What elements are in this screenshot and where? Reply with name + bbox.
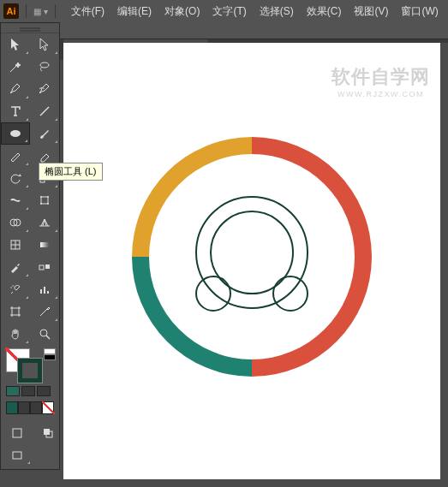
rotate-tool[interactable]: [1, 167, 30, 189]
svg-rect-27: [13, 452, 21, 459]
svg-point-9: [47, 203, 49, 205]
svg-point-7: [47, 196, 49, 198]
menu-type[interactable]: 文字(T): [207, 3, 251, 21]
workspace: 软件自学网 WWW.RJZXW.COM: [63, 43, 448, 487]
svg-rect-19: [44, 287, 45, 294]
curvature-tool[interactable]: [30, 78, 59, 100]
paintbrush-tool[interactable]: [30, 122, 59, 145]
shape-builder-tool[interactable]: [1, 211, 30, 234]
control-bar: [0, 22, 448, 39]
mesh-tool[interactable]: [1, 234, 30, 256]
svg-rect-18: [40, 289, 42, 294]
watermark: 软件自学网 WWW.RJZXW.COM: [332, 64, 430, 98]
color-swatch-2[interactable]: [30, 401, 42, 414]
line-segment-tool[interactable]: [30, 100, 59, 122]
color-swatch-1[interactable]: [18, 401, 30, 414]
separator: [26, 4, 27, 18]
tools-panel: [0, 22, 60, 470]
menu-window[interactable]: 窗口(W): [396, 3, 443, 21]
menu-edit[interactable]: 编辑(E): [112, 3, 157, 21]
mode-color[interactable]: [6, 386, 20, 396]
gradient-tool[interactable]: [30, 234, 59, 256]
titlebar: Ai ▦ ▾ 文件(F) 编辑(E) 对象(O) 文字(T) 选择(S) 效果(…: [0, 0, 448, 22]
tools-panel-grip[interactable]: [1, 23, 59, 33]
screen-mode-icon[interactable]: [3, 445, 32, 466]
watermark-url: WWW.RJZXW.COM: [332, 90, 430, 98]
color-swatch-3[interactable]: [42, 401, 54, 414]
blend-tool[interactable]: [30, 256, 59, 278]
menu-select[interactable]: 选择(S): [254, 3, 299, 21]
fill-stroke-indicator[interactable]: [4, 348, 57, 383]
menu-view[interactable]: 视图(V): [349, 3, 393, 21]
svg-line-23: [46, 336, 50, 339]
tool-tooltip: 椭圆工具 (L): [39, 163, 103, 181]
slice-tool[interactable]: [30, 300, 59, 323]
lasso-tool[interactable]: [30, 56, 59, 78]
svg-point-2: [10, 130, 21, 137]
svg-rect-21: [12, 308, 19, 315]
draw-normal-icon[interactable]: [3, 423, 32, 443]
perspective-grid-tool[interactable]: [30, 211, 59, 234]
spacer: [33, 445, 63, 466]
bridge-icon[interactable]: ▦ ▾: [33, 7, 48, 16]
magic-wand-tool[interactable]: [1, 56, 30, 78]
hand-tool[interactable]: [1, 323, 30, 345]
zoom-tool[interactable]: [30, 323, 59, 345]
draw-behind-icon[interactable]: [33, 423, 63, 443]
artwork: [123, 128, 380, 385]
svg-point-28: [196, 197, 308, 308]
svg-point-29: [211, 211, 293, 294]
shaper-tool[interactable]: [1, 145, 30, 167]
svg-rect-15: [45, 264, 50, 269]
type-tool[interactable]: [1, 100, 30, 122]
stroke-swatch[interactable]: [18, 359, 42, 383]
mode-none[interactable]: [37, 386, 51, 396]
svg-rect-14: [39, 265, 44, 270]
svg-point-6: [40, 196, 42, 198]
direct-selection-tool[interactable]: [30, 33, 59, 56]
svg-line-1: [40, 107, 49, 116]
app-abbr: Ai: [7, 6, 16, 16]
app-icon: Ai: [3, 3, 19, 19]
free-transform-tool[interactable]: [30, 189, 59, 211]
svg-point-22: [40, 330, 47, 336]
svg-rect-24: [13, 429, 21, 437]
svg-rect-13: [40, 242, 49, 247]
watermark-title: 软件自学网: [332, 64, 430, 90]
eyedropper-tool[interactable]: [1, 256, 30, 278]
width-tool[interactable]: [1, 189, 30, 211]
pen-tool[interactable]: [1, 78, 30, 100]
svg-rect-5: [41, 197, 48, 204]
draw-mode-row: [4, 386, 56, 396]
svg-point-8: [40, 203, 42, 205]
menu-object[interactable]: 对象(O): [159, 3, 205, 21]
swap-default-icons[interactable]: [44, 348, 56, 360]
artboard-tool[interactable]: [1, 300, 30, 323]
svg-rect-20: [47, 291, 49, 294]
tool-grid: [1, 33, 59, 345]
mode-gradient[interactable]: [21, 386, 35, 396]
canvas[interactable]: 软件自学网 WWW.RJZXW.COM: [63, 43, 440, 479]
selection-tool[interactable]: [1, 33, 30, 56]
swatch-area: [1, 345, 59, 419]
symbol-sprayer-tool[interactable]: [1, 278, 30, 300]
screen-mode-icons: [1, 419, 59, 469]
separator: [55, 4, 56, 18]
column-graph-tool[interactable]: [30, 278, 59, 300]
color-swatch-0[interactable]: [6, 401, 18, 414]
main-menu: 文件(F) 编辑(E) 对象(O) 文字(T) 选择(S) 效果(C) 视图(V…: [66, 3, 444, 21]
menu-effect[interactable]: 效果(C): [302, 3, 347, 21]
svg-point-17: [12, 285, 13, 286]
color-row: [4, 400, 56, 416]
menu-file[interactable]: 文件(F): [66, 3, 110, 21]
ellipse-tool[interactable]: [1, 122, 30, 145]
svg-point-16: [10, 287, 11, 288]
